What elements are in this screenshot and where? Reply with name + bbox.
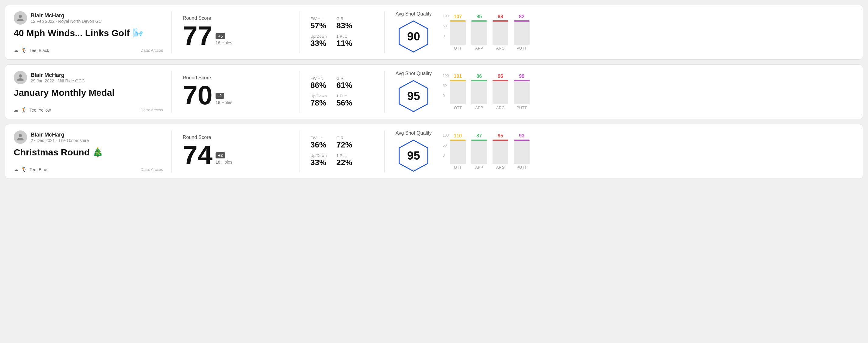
gir-value: 83% <box>336 21 352 30</box>
user-row: Blair McHarg 27 Dec 2021 · The Oxfordshi… <box>14 130 163 144</box>
gir-stat: GIR 72% <box>336 136 352 150</box>
user-meta: 27 Dec 2021 · The Oxfordshire <box>31 138 89 143</box>
avg-shot-quality-label: Avg Shot Quality <box>396 11 432 17</box>
updown-label: Up/Down <box>310 34 327 39</box>
score-main: 77 +5 18 Holes <box>183 22 232 49</box>
data-source: Data: Arccos <box>141 48 163 53</box>
bar-label-APP: APP <box>475 165 483 170</box>
user-name: Blair McHarg <box>31 132 89 138</box>
fw-hit-label: FW Hit <box>310 17 327 21</box>
user-info: Blair McHarg 27 Dec 2021 · The Oxfordshi… <box>31 132 89 143</box>
y-labels: 100 50 0 <box>443 133 449 157</box>
bar-fill-PUTT <box>514 32 530 45</box>
bar-value-ARG: 95 <box>498 133 503 139</box>
round-title: Christmas Round 🎄 <box>14 147 163 158</box>
score-number: 70 <box>183 82 213 108</box>
avatar <box>14 11 27 25</box>
bar-fill-ARG <box>493 149 508 164</box>
y-label-0: 0 <box>443 94 449 98</box>
bar-value-APP: 87 <box>476 133 482 139</box>
fw-hit-label: FW Hit <box>310 136 327 140</box>
gir-stat: GIR 83% <box>336 17 352 30</box>
bar-line-APP <box>471 139 487 141</box>
bar-track-OTT <box>450 80 466 104</box>
gir-label: GIR <box>336 17 352 21</box>
y-label-50: 50 <box>443 84 449 88</box>
bar-track-APP <box>471 20 487 45</box>
bar-line-ARG <box>493 20 508 22</box>
score-badge: -2 18 Holes <box>216 93 232 105</box>
bar-track-OTT <box>450 20 466 45</box>
bottom-row: ☁ 🏌 Tee: Yellow Data: Arccos <box>14 107 163 113</box>
gir-label: GIR <box>336 76 352 81</box>
score-main: 70 -2 18 Holes <box>183 82 232 108</box>
bar-track-ARG <box>493 20 508 45</box>
tee-label: Tee: Black <box>30 48 49 53</box>
bar-label-PUTT: PUTT <box>517 105 527 110</box>
oneputt-value: 56% <box>336 98 352 107</box>
data-source: Data: Arccos <box>141 107 163 112</box>
chart-outer: 100 50 0 101 OTT 86 <box>443 73 843 110</box>
score-badge: +5 18 Holes <box>216 33 232 45</box>
oneputt-label: 1 Putt <box>336 94 352 98</box>
bar-line-OTT <box>450 80 466 81</box>
bar-track-OTT <box>450 139 466 164</box>
bar-line-APP <box>471 80 487 81</box>
chart-bars: 107 OTT 95 APP 98 <box>450 14 530 51</box>
fw-hit-stat: FW Hit 86% <box>310 76 327 90</box>
score-block: Round Score 70 -2 18 Holes <box>183 75 232 108</box>
updown-value: 33% <box>310 158 327 167</box>
bar-label-APP: APP <box>475 46 483 51</box>
oneputt-value: 11% <box>336 39 352 48</box>
bag-icon: 🏌 <box>21 107 27 113</box>
gir-stat: GIR 61% <box>336 76 352 90</box>
weather-icon: ☁ <box>14 107 19 113</box>
updown-stat: Up/Down 33% <box>310 34 327 48</box>
chart-bar-ARG: 96 ARG <box>493 73 508 110</box>
score-number: 77 <box>183 22 213 49</box>
bar-fill-ARG <box>493 89 508 104</box>
y-label-50: 50 <box>443 143 449 148</box>
fw-hit-value: 57% <box>310 21 327 30</box>
weather-icon: ☁ <box>14 48 19 53</box>
holes-text: 18 Holes <box>216 160 232 164</box>
y-label-100: 100 <box>443 14 449 18</box>
stats-section-3: FW Hit 36% GIR 72% Up/Down 33% 1 Putt 22… <box>300 130 384 173</box>
score-block: Round Score 77 +5 18 Holes <box>183 15 232 49</box>
user-row: Blair McHarg 12 Feb 2022 · Royal North D… <box>14 11 163 25</box>
round-card-2: Blair McHarg 29 Jan 2022 · Mill Ride GCC… <box>5 64 863 119</box>
bar-line-ARG <box>493 80 508 81</box>
fw-hit-label: FW Hit <box>310 76 327 81</box>
avg-shot-quality-label: Avg Shot Quality <box>396 71 432 76</box>
fw-hit-stat: FW Hit 36% <box>310 136 327 150</box>
y-labels: 100 50 0 <box>443 73 449 98</box>
bar-label-PUTT: PUTT <box>517 165 527 170</box>
y-label-0: 0 <box>443 153 449 157</box>
bar-track-APP <box>471 80 487 104</box>
bar-track-ARG <box>493 139 508 164</box>
middle-section-3: Round Score 74 +2 18 Holes <box>172 130 300 173</box>
quality-section-1: Avg Shot Quality 90 100 50 0 107 <box>384 11 854 53</box>
quality-section-3: Avg Shot Quality 95 100 50 0 110 <box>384 130 854 173</box>
oneputt-stat: 1 Putt 56% <box>336 94 352 107</box>
bar-fill-OTT <box>450 146 466 164</box>
bar-value-PUTT: 82 <box>519 14 524 20</box>
updown-stat: Up/Down 78% <box>310 94 327 107</box>
chart-container: 100 50 0 110 OTT 87 <box>443 133 843 170</box>
bar-label-OTT: OTT <box>454 165 462 170</box>
tee-info: ☁ 🏌 Tee: Blue <box>14 167 47 173</box>
bottom-row: ☁ 🏌 Tee: Blue Data: Arccos <box>14 167 163 173</box>
gir-value: 61% <box>336 81 352 90</box>
chart-bar-OTT: 110 OTT <box>450 133 466 170</box>
updown-value: 33% <box>310 39 327 48</box>
tee-info: ☁ 🏌 Tee: Yellow <box>14 107 51 113</box>
tee-label: Tee: Yellow <box>30 107 51 113</box>
score-main: 74 +2 18 Holes <box>183 142 232 168</box>
avatar <box>14 130 27 144</box>
avg-shot-quality-label: Avg Shot Quality <box>396 130 432 136</box>
y-labels: 100 50 0 <box>443 14 449 38</box>
bar-value-OTT: 110 <box>454 133 462 139</box>
chart-container: 100 50 0 101 OTT 86 <box>443 73 843 110</box>
bar-label-OTT: OTT <box>454 46 462 51</box>
hexagon: 90 <box>397 20 430 53</box>
